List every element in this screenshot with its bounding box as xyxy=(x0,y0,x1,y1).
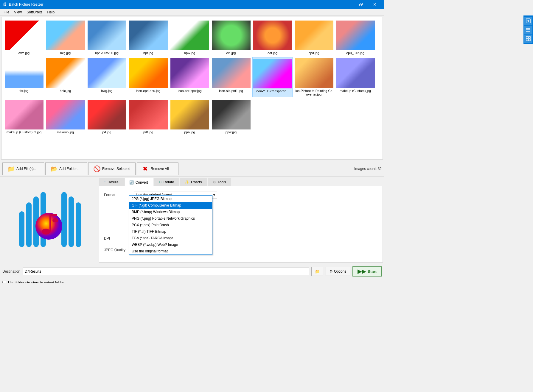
add-files-icon: 📁 xyxy=(7,165,15,172)
remove-all-button[interactable]: ✖ Remove All xyxy=(137,162,178,175)
image-name: fdr.jpg xyxy=(20,89,29,93)
image-name: icon-psr-ppw.jpg xyxy=(178,89,201,93)
menu-softorbits[interactable]: SoftOrbits xyxy=(24,10,45,15)
app-logo xyxy=(16,188,82,253)
image-item[interactable]: edt.jpg xyxy=(252,19,293,56)
tab-tools[interactable]: ⚙ Tools xyxy=(208,178,231,186)
convert-tab-label: Convert xyxy=(136,180,148,185)
image-thumbnail xyxy=(170,100,209,129)
image-item[interactable]: epu_512.jpg xyxy=(335,19,375,56)
svg-rect-10 xyxy=(49,214,57,216)
image-name: icon-epd-epu.jpg xyxy=(136,89,161,93)
add-files-button[interactable]: 📁 Add File(s)... xyxy=(2,162,44,175)
toolbar: 📁 Add File(s)... 📂 Add Folder... 🚫 Remov… xyxy=(0,161,384,177)
dropdown-option[interactable]: GIF (*.gif) CompuServe Bitmap xyxy=(129,202,212,209)
menu-view[interactable]: View xyxy=(12,10,24,15)
dropdown-option[interactable]: JPG (*.jpg) JPEG Bitmap xyxy=(129,196,212,202)
image-item[interactable]: ppa.jpg xyxy=(170,99,210,135)
close-button[interactable]: ✕ xyxy=(368,0,382,9)
image-item[interactable]: bpw.jpg xyxy=(170,19,210,56)
dropdown-option[interactable]: PNG (*.png) Portable Network Graphics xyxy=(129,215,212,222)
image-name: epd.jpg xyxy=(308,51,319,55)
menu-file[interactable]: File xyxy=(1,10,12,15)
image-item[interactable]: awc.jpg xyxy=(4,19,44,56)
tools-tab-label: Tools xyxy=(218,180,226,184)
minimize-button[interactable]: — xyxy=(341,0,354,9)
image-item[interactable]: bpr 200x200.jpg xyxy=(87,19,127,56)
image-item[interactable]: icon-skt-pnt1.jpg xyxy=(211,57,251,97)
image-item[interactable]: heic.jpg xyxy=(45,57,86,97)
format-dropdown[interactable]: JPG (*.jpg) JPEG BitmapGIF (*.gif) Compu… xyxy=(129,195,212,255)
image-item[interactable]: epd.jpg xyxy=(294,19,334,56)
logo-area xyxy=(1,178,97,263)
tab-content-convert: Format JPG (*.jpg) JPEG BitmapGIF (*.gif… xyxy=(99,186,383,263)
menu-help[interactable]: Help xyxy=(45,10,57,15)
image-name: makeup.jpg xyxy=(57,130,74,134)
tab-convert[interactable]: 🔄 Convert xyxy=(124,178,153,186)
maximize-button[interactable]: 🗗 xyxy=(354,0,368,9)
add-folder-button[interactable]: 📂 Add Folder... xyxy=(45,162,87,175)
destination-browse-button[interactable]: 📁 xyxy=(311,267,323,276)
image-name: makeup (Custom).jpg xyxy=(340,89,371,93)
svg-rect-9 xyxy=(49,214,51,232)
app-title: Batch Picture Resizer xyxy=(9,2,341,7)
image-thumbnail xyxy=(129,58,168,88)
remove-all-label: Remove All xyxy=(151,167,169,171)
tab-resize[interactable]: ↕ Resize xyxy=(99,178,124,186)
image-item[interactable]: ppw.jpg xyxy=(211,99,251,135)
dropdown-option[interactable]: BMP (*.bmp) Windows Bitmap xyxy=(129,209,212,215)
image-thumbnail xyxy=(46,21,85,50)
image-item[interactable]: icon-YTD-transparen... xyxy=(252,57,293,97)
tab-rotate[interactable]: ↻ Rotate xyxy=(154,178,179,186)
start-button[interactable]: ▶▶ Start xyxy=(352,266,382,277)
image-item[interactable]: fdr.jpg xyxy=(4,57,44,97)
image-thumbnail xyxy=(46,100,85,129)
image-thumbnail xyxy=(5,58,43,88)
image-item[interactable]: makeup.jpg xyxy=(45,99,86,135)
image-grid-container[interactable]: awc.jpg bkg.jpg bpr 200x200.jpg bpr.jpg … xyxy=(1,17,383,160)
destination-input[interactable] xyxy=(23,268,309,275)
image-item[interactable]: ico-Picture to Painting Converter.jpg xyxy=(294,57,334,97)
title-bar-controls: — 🗗 ✕ xyxy=(341,0,382,9)
folder-structure-label: Use folder structure in output folder xyxy=(8,281,64,283)
svg-rect-6 xyxy=(76,202,81,247)
rotate-tab-label: Rotate xyxy=(164,180,174,184)
destination-bar: Destination 📁 ⚙ Options ▶▶ Start xyxy=(0,264,384,279)
app-icon: 🖼 xyxy=(2,2,7,7)
image-thumbnail xyxy=(295,58,333,88)
folder-structure-checkbox[interactable] xyxy=(2,281,6,283)
image-thumbnail xyxy=(212,100,251,129)
image-name: heic.jpg xyxy=(60,89,71,93)
image-item[interactable]: icon-psr-ppw.jpg xyxy=(170,57,210,97)
svg-point-11 xyxy=(52,218,58,222)
image-item[interactable]: bkg.jpg xyxy=(45,19,86,56)
image-item[interactable]: cln.jpg xyxy=(211,19,251,56)
image-item[interactable]: icon-epd-epu.jpg xyxy=(128,57,168,97)
tab-effects[interactable]: ✨ Effects xyxy=(180,178,207,186)
dropdown-option[interactable]: WEBP (*.webp) WebP Image xyxy=(129,241,212,248)
dropdown-option[interactable]: Use the original format xyxy=(129,248,212,254)
menu-bar: File View SoftOrbits Help xyxy=(0,9,384,15)
image-thumbnail xyxy=(253,21,292,50)
image-item[interactable]: hwg.jpg xyxy=(87,57,127,97)
image-thumbnail xyxy=(295,21,333,50)
image-thumbnail xyxy=(336,21,375,50)
tabs: ↕ Resize 🔄 Convert ↻ Rotate ✨ Effects ⚙ xyxy=(99,178,383,186)
start-icon: ▶▶ xyxy=(358,268,366,275)
dropdown-option[interactable]: PCX (*.pcx) PaintBrush xyxy=(129,222,212,228)
image-thumbnail xyxy=(88,21,126,50)
image-item[interactable]: makeup (Custom)32.jpg xyxy=(4,99,44,135)
image-name: awc.jpg xyxy=(18,51,29,55)
dropdown-option[interactable]: TIF (*.tif) TIFF Bitmap xyxy=(129,228,212,235)
image-thumbnail xyxy=(46,58,85,88)
image-item[interactable]: bpr.jpg xyxy=(128,19,168,56)
options-button[interactable]: ⚙ Options xyxy=(326,267,350,276)
images-count: Images count: 32 xyxy=(354,167,382,171)
image-item[interactable]: makeup (Custom).jpg xyxy=(335,57,375,97)
image-item[interactable]: pdf.jpg xyxy=(128,99,168,135)
image-name: ico-Picture to Painting Converter.jpg xyxy=(295,89,333,96)
dropdown-option[interactable]: TGA (*.tga) TARGA Image xyxy=(129,235,212,241)
tools-tab-icon: ⚙ xyxy=(213,180,216,184)
remove-selected-button[interactable]: 🚫 Remove Selected xyxy=(88,162,136,175)
image-item[interactable]: pd.jpg xyxy=(87,99,127,135)
